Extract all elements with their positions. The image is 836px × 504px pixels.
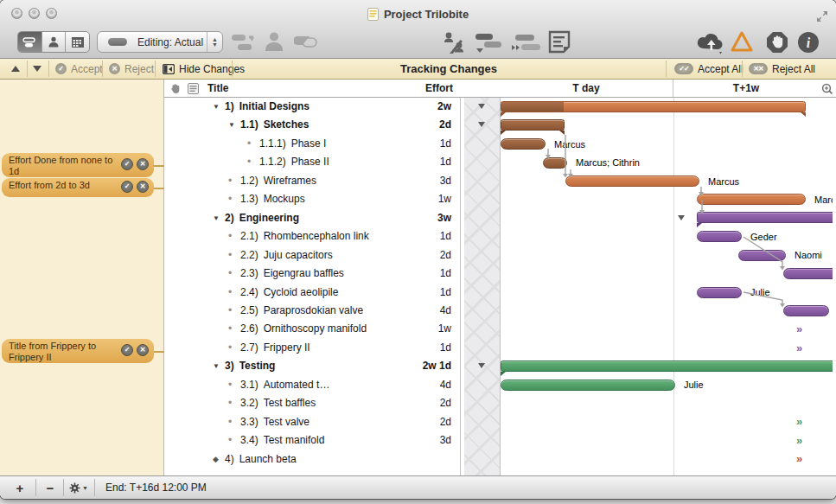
task-row[interactable]: •1.1.2) Phase II1d (164, 153, 460, 171)
task-title: 1.1) Sketches (240, 118, 309, 131)
task-row[interactable]: •2.1) Rhombencephalon link1d (164, 227, 460, 246)
person-icon[interactable] (265, 31, 284, 52)
accept-all-label: Accept All (698, 63, 743, 75)
task-row[interactable]: •2.4) Cycloid aeolipile1d (164, 284, 460, 302)
task-row[interactable]: ▼2) Engineering3w (164, 209, 460, 227)
task-bullet-icon: • (228, 304, 232, 316)
task-row[interactable]: •1.2) Wireframes3d (164, 172, 460, 190)
disclosure-triangle[interactable]: ▼ (213, 362, 220, 370)
gantt-bar[interactable] (783, 305, 829, 316)
task-effort: 1d (440, 267, 451, 279)
task-row[interactable]: •2.3) Eigengrau baffles1d (164, 265, 460, 283)
effort-column-header[interactable]: Effort (389, 82, 453, 94)
gantt-bar[interactable] (783, 268, 833, 279)
org-chart-icon[interactable] (230, 33, 256, 52)
down-arrow-icon (33, 66, 41, 72)
task-row[interactable]: •3.2) Test baffles2d (164, 394, 460, 412)
task-title: 4) Launch beta (225, 453, 297, 465)
editing-mode-label: Editing: Actual (137, 36, 203, 48)
change-bubble[interactable]: Effort Done from none to 1d✓✕ (2, 153, 154, 177)
gantt-bar[interactable] (501, 360, 833, 372)
gantt-bar[interactable] (738, 250, 786, 261)
fullscreen-icon[interactable] (815, 10, 829, 23)
disclosure-triangle[interactable]: ▼ (213, 214, 220, 222)
task-row[interactable]: •1.1.1) Phase I1d (164, 135, 460, 153)
gantt-bar[interactable] (501, 380, 675, 391)
task-effort: 2d (440, 397, 451, 409)
task-row[interactable]: •3.3) Test valve2d (164, 413, 460, 431)
gantt-bar[interactable] (501, 101, 806, 112)
view-mode-segmented-control (17, 31, 90, 53)
action-gear-button[interactable]: ▼ (66, 476, 92, 499)
accept-change-icon[interactable]: ✓ (121, 181, 133, 193)
task-row[interactable]: •2.5) Paraprosdokian valve4d (164, 302, 460, 320)
task-effort: 2d (440, 249, 451, 261)
notes-icon[interactable] (548, 30, 571, 54)
change-bubble[interactable]: Title from Frippery to Frippery II✓✕ (2, 339, 154, 363)
disclosure-triangle[interactable]: ▼ (213, 103, 220, 111)
offscreen-bar-indicator: » (796, 343, 802, 354)
accept-change-button[interactable]: ✓ Accept (55, 59, 103, 79)
reject-change-icon[interactable]: ✕ (137, 158, 149, 170)
status-bar: + − ▼ End: T+16d 12:00 PM (0, 475, 836, 499)
change-bubble[interactable]: Effort from 2d to 3d✓✕ (2, 178, 154, 197)
gantt-bar[interactable] (501, 119, 565, 131)
resource-label: Geder (750, 232, 777, 242)
disclosure-triangle[interactable]: ▼ (228, 121, 235, 129)
title-column-header[interactable]: Title (207, 82, 228, 94)
reject-change-button[interactable]: ✕ Reject (109, 59, 154, 79)
remove-task-button[interactable]: − (38, 476, 62, 499)
accept-change-icon[interactable]: ✓ (121, 158, 133, 170)
half-task-icon[interactable] (294, 35, 318, 48)
assign-percent-icon[interactable] (443, 31, 465, 54)
task-row[interactable]: ▼1) Initial Designs2w (164, 98, 460, 116)
header-strip: Title Effort T day T+1w (164, 80, 836, 98)
info-icon[interactable]: i (797, 31, 820, 54)
accept-change-icon[interactable]: ✓ (121, 344, 133, 356)
milestone-diamond-icon: ◆ (213, 455, 219, 463)
hand-drag-icon[interactable] (169, 83, 181, 94)
gantt-chart: MarcusMarcus; CithrinMarcusMarcusGederNa… (500, 98, 833, 475)
task-outline: ▼1) Initial Designs2w▼1.1) Sketches2d•1.… (164, 98, 461, 475)
task-row[interactable]: •3.1) Automated t…4d (164, 376, 460, 394)
task-row[interactable]: ▼3) Testing2w 1d (164, 357, 460, 375)
reject-change-icon[interactable]: ✕ (137, 344, 149, 356)
task-row[interactable]: ◆4) Launch beta (164, 450, 460, 469)
task-row[interactable]: •2.7) Frippery II1d (164, 339, 460, 357)
task-row[interactable]: •2.6) Ornithoscopy manifold1w (164, 320, 460, 338)
stop-hand-icon[interactable] (766, 31, 788, 54)
gantt-bar[interactable] (501, 138, 546, 150)
task-effort: 3d (440, 434, 451, 446)
resource-view-segment[interactable] (42, 32, 67, 52)
change-bubble-text: Effort Done from none to 1d (9, 155, 119, 176)
zoom-timeline-icon[interactable] (821, 83, 833, 95)
next-change-button[interactable] (33, 59, 41, 79)
gear-icon (69, 482, 80, 494)
gantt-bar[interactable] (697, 212, 833, 223)
warning-icon[interactable] (731, 31, 753, 52)
gantt-bar[interactable] (697, 287, 742, 298)
task-row[interactable]: •1.3) Mockups1w (164, 190, 460, 208)
project-end-label: End: T+16d 12:00 PM (105, 482, 207, 494)
gantt-bar[interactable] (565, 175, 699, 187)
previous-change-button[interactable] (11, 59, 20, 79)
calendar-view-segment[interactable] (66, 32, 89, 52)
accept-all-button[interactable]: ✓✓ Accept All (674, 59, 743, 79)
window-title: Project Trilobite (384, 8, 469, 21)
cloud-sync-icon[interactable] (695, 29, 726, 55)
reject-all-button[interactable]: ✕✕ Reject All (749, 59, 815, 79)
reject-change-icon[interactable]: ✕ (137, 181, 149, 193)
gantt-bar[interactable] (543, 157, 567, 169)
editing-mode-dropdown[interactable]: Editing: Actual ▲▼ (97, 31, 223, 53)
level-resources-icon[interactable] (474, 31, 503, 54)
task-title: 1.3) Mockups (240, 193, 305, 205)
task-row[interactable]: •2.2) Juju capacitors2d (164, 246, 460, 265)
add-task-button[interactable]: + (7, 476, 33, 499)
gantt-view-segment[interactable] (18, 32, 42, 52)
note-column-icon[interactable] (188, 83, 199, 94)
reschedule-icon[interactable] (510, 33, 541, 52)
gantt-bar[interactable] (697, 194, 806, 205)
task-row[interactable]: ▼1.1) Sketches2d (164, 116, 460, 134)
gantt-bar[interactable] (697, 231, 742, 242)
task-row[interactable]: •3.4) Test manifold3d (164, 431, 460, 450)
